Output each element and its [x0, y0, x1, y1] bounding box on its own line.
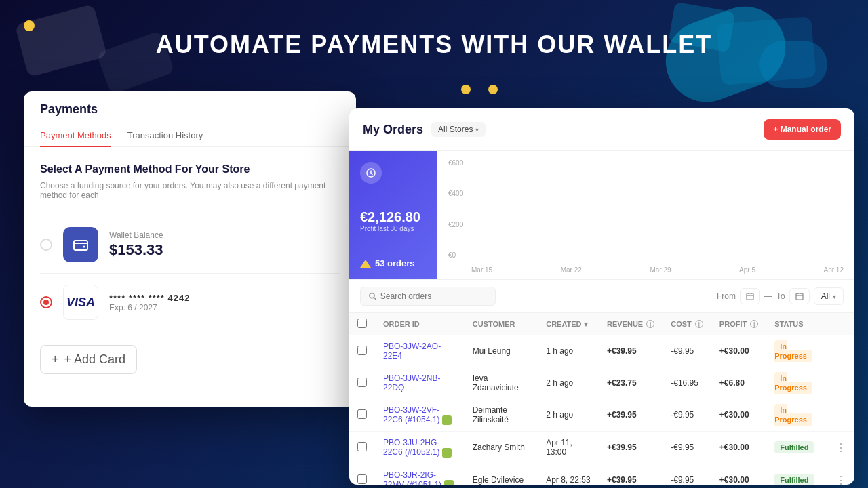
- order-id-link[interactable]: PBO-3JR-2IG-22MV (#1051.1): [383, 470, 454, 485]
- wallet-amount: $153.33: [109, 241, 163, 259]
- orders-header-left: My Orders All Stores ▾: [363, 122, 486, 137]
- cost-value: -€9.95: [663, 336, 711, 367]
- chart-x-labels: Mar 15 Mar 22 Mar 29 Apr 5 Apr 12: [471, 266, 844, 274]
- more-options-icon[interactable]: ⋮: [835, 474, 846, 485]
- row-checkbox[interactable]: [357, 442, 367, 451]
- card-expiry: Exp. 6 / 2027: [109, 303, 190, 312]
- payments-tabs: Payment Methods Transaction History: [40, 125, 340, 146]
- customer-name: Mui Leung: [465, 336, 538, 367]
- order-id-link[interactable]: PBO-3JU-2HG-22C6 (#1052.1): [383, 438, 452, 457]
- shopify-icon: [442, 415, 452, 425]
- filter-group: From — To All: [717, 287, 844, 305]
- deco-circle-yellow-1: [24, 20, 35, 31]
- payments-header: Payments Payment Methods Transaction His…: [24, 92, 356, 147]
- row-checkbox[interactable]: [357, 474, 367, 484]
- wallet-radio[interactable]: [40, 239, 52, 251]
- store-selector[interactable]: All Stores ▾: [431, 122, 486, 137]
- chart-y-0: €0: [448, 251, 463, 259]
- order-id-link[interactable]: PBO-3JW-2NB-22DQ: [383, 373, 440, 392]
- col-header-created: CREATED ▾: [538, 313, 599, 336]
- to-label: To: [776, 291, 785, 301]
- col-header-revenue: REVENUE i: [599, 313, 663, 336]
- add-card-plus-icon: +: [52, 352, 59, 367]
- order-id-link[interactable]: PBO-3JW-2AO-22E4: [383, 342, 441, 361]
- col-header-status: STATUS: [766, 313, 827, 336]
- col-header-profit: PROFIT i: [711, 313, 766, 336]
- payments-panel: Payments Payment Methods Transaction His…: [24, 92, 356, 407]
- status-badge: Fulfilled: [774, 474, 814, 485]
- profit-value: +€6.80: [711, 367, 766, 399]
- revenue-value: +€39.95: [599, 399, 663, 432]
- profit-info-icon[interactable]: i: [750, 320, 758, 328]
- svg-rect-5: [747, 293, 753, 300]
- select-desc: Choose a funding source for your orders.…: [40, 181, 340, 200]
- chart-x-apr5: Apr 5: [739, 266, 755, 274]
- chart-x-apr12: Apr 12: [824, 266, 844, 274]
- add-card-label: + Add Card: [64, 352, 126, 367]
- orders-filters: From — To All: [349, 280, 854, 313]
- from-date-input[interactable]: [740, 288, 760, 304]
- row-checkbox[interactable]: [357, 378, 367, 387]
- profit-value: +€30.00: [711, 336, 766, 367]
- row-checkbox[interactable]: [357, 346, 367, 355]
- status-filter-label: All: [821, 291, 830, 301]
- orders-panel: My Orders All Stores ▾ + Manual order €2…: [349, 108, 854, 485]
- stats-amount: €2,126.80: [360, 209, 427, 225]
- cost-value: -€9.95: [663, 431, 711, 464]
- chart-y-400: €400: [448, 190, 463, 197]
- table-row: PBO-3JR-2IG-22MV (#1051.1) Egle Dvilevic…: [349, 464, 854, 485]
- chart-y-600: €600: [448, 159, 463, 167]
- table-row: PBO-3JW-2VF-22C6 (#1054.1) Deimanté Zili…: [349, 399, 854, 432]
- to-date-input[interactable]: [789, 288, 810, 304]
- more-options-icon[interactable]: ⋮: [835, 442, 846, 453]
- cost-value: -€9.95: [663, 399, 711, 432]
- svg-point-1: [83, 246, 85, 248]
- revenue-value: +€23.75: [599, 367, 663, 399]
- tab-payment-methods[interactable]: Payment Methods: [40, 125, 111, 147]
- customer-name: Ieva Zdanaviciute: [465, 367, 538, 399]
- status-filter-select[interactable]: All ▾: [814, 287, 844, 305]
- visa-radio[interactable]: [40, 296, 52, 308]
- select-title: Select A Payment Method For Your Store: [40, 163, 340, 176]
- customer-name: Egle Dvilevice: [465, 464, 538, 485]
- visa-option[interactable]: VISA **** **** **** 4242 Exp. 6 / 2027: [40, 274, 340, 331]
- stats-label: Profit last 30 days: [360, 225, 427, 232]
- cost-value: -€16.95: [663, 367, 711, 399]
- col-header-cost: COST i: [663, 313, 711, 336]
- search-box[interactable]: [360, 287, 496, 306]
- payments-panel-title: Payments: [40, 102, 340, 117]
- stats-amount-value: €2,126.80 Profit last 30 days: [360, 209, 427, 232]
- manual-order-button[interactable]: + Manual order: [764, 119, 841, 140]
- stats-triangle-icon: [360, 260, 371, 268]
- card-number: **** **** **** 4242: [109, 293, 190, 303]
- select-all-checkbox[interactable]: [357, 319, 367, 328]
- calendar-icon-to: [795, 292, 804, 300]
- page-title: AUTOMATE PAYMENTS WITH OUR WALLET: [0, 30, 868, 59]
- bars-container: [471, 159, 844, 259]
- payments-body: Select A Payment Method For Your Store C…: [24, 147, 356, 390]
- shopify-icon: [442, 448, 452, 458]
- deco-circle-yellow-3: [488, 85, 498, 94]
- table-row: PBO-3JW-2AO-22E4 Mui Leung 1 h ago +€39.…: [349, 336, 854, 367]
- revenue-info-icon[interactable]: i: [646, 320, 654, 328]
- card-info: **** **** **** 4242 Exp. 6 / 2027: [109, 293, 190, 312]
- cost-value: -€9.95: [663, 464, 711, 485]
- row-checkbox[interactable]: [357, 409, 367, 419]
- col-header-order-id: ORDER ID: [375, 313, 465, 336]
- stats-bottom: 53 orders: [360, 258, 427, 268]
- add-card-button[interactable]: + + Add Card: [40, 345, 137, 374]
- search-input[interactable]: [380, 291, 487, 301]
- visa-logo: VISA: [66, 296, 95, 310]
- chart-area: €600 €400 €200 €0 Mar 15 Mar 22 Mar 29 A…: [437, 151, 854, 279]
- customer-name: Deimanté Zilinskaité: [465, 399, 538, 432]
- from-label: From: [717, 291, 736, 301]
- cost-info-icon[interactable]: i: [695, 320, 703, 328]
- created-time: 2 h ago: [538, 399, 599, 432]
- tab-transaction-history[interactable]: Transaction History: [127, 125, 203, 147]
- wallet-option[interactable]: Wallet Balance $153.33: [40, 216, 340, 274]
- chevron-down-icon-filter: ▾: [833, 293, 836, 300]
- store-selector-label: All Stores: [438, 125, 473, 134]
- status-badge: Fulfilled: [774, 441, 814, 453]
- order-id-link[interactable]: PBO-3JW-2VF-22C6 (#1054.1): [383, 405, 452, 424]
- customer-name: Zachary Smith: [465, 431, 538, 464]
